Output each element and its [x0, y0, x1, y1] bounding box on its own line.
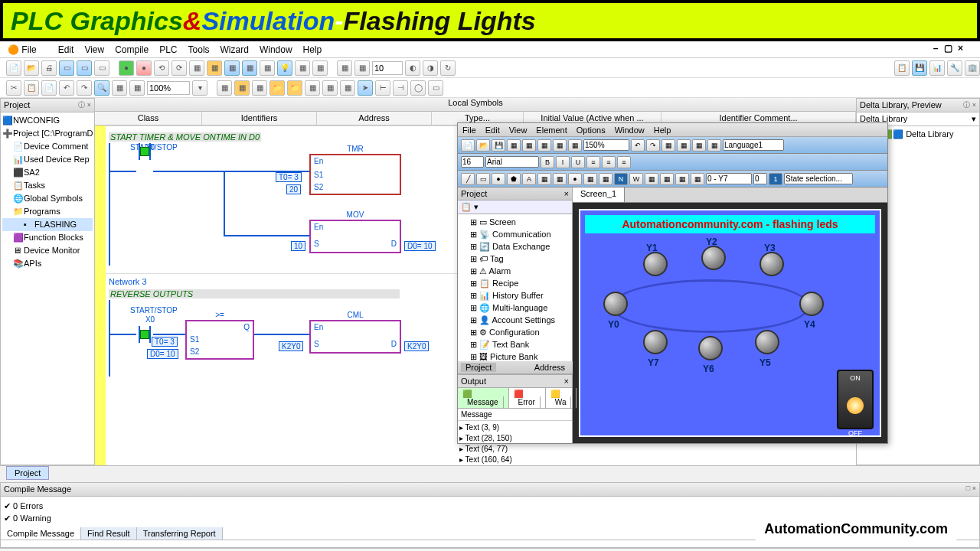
tb-print[interactable]: 🖨: [41, 60, 57, 76]
tb-e[interactable]: ▦: [224, 60, 240, 76]
hb-und[interactable]: U: [571, 156, 585, 168]
hb-n[interactable]: N: [614, 173, 628, 185]
menu-plc[interactable]: PLC: [159, 44, 177, 55]
tb-d[interactable]: ▦: [207, 60, 222, 76]
hb-a[interactable]: ▦: [507, 139, 521, 152]
hmi-fontsize[interactable]: [461, 156, 484, 168]
tb-new[interactable]: 📄: [6, 60, 21, 76]
tree-item[interactable]: 🟪Function Blocks: [2, 231, 93, 244]
menu-file[interactable]: 🟠 File: [8, 44, 47, 55]
tb-r4[interactable]: 🔧: [947, 60, 962, 76]
tree-item[interactable]: ▪FLASHING: [2, 218, 93, 231]
hmi-tree-item[interactable]: ⊞ ⚙ Configuration: [459, 326, 570, 338]
hb-h[interactable]: ▦: [692, 139, 706, 152]
tb-win3[interactable]: ▭: [94, 60, 109, 76]
hb-circ[interactable]: ●: [492, 173, 505, 185]
led-y6[interactable]: [698, 336, 723, 360]
hb-new[interactable]: 📄: [461, 139, 475, 152]
output-row[interactable]: ▸ Text (160, 64): [459, 455, 570, 465]
zoom-dd[interactable]: ▾: [192, 80, 207, 96]
tb-r3[interactable]: 📊: [929, 60, 945, 76]
tb2-g[interactable]: 📁: [287, 80, 302, 96]
tb2-l[interactable]: ⊣: [393, 80, 408, 96]
hmi-font[interactable]: [485, 156, 539, 168]
hmi-output-close[interactable]: ×: [564, 377, 569, 386]
tb2-d[interactable]: ▦: [234, 80, 250, 96]
tb-open[interactable]: 📂: [24, 60, 39, 76]
hb-c[interactable]: ▦: [537, 139, 551, 152]
hb-p[interactable]: ▦: [660, 173, 674, 185]
project-tree[interactable]: 🟦NWCONFIG➕Project [C:\ProgramDa📄Device C…: [1, 112, 94, 272]
tb-c[interactable]: ▦: [189, 60, 204, 76]
tb-online[interactable]: ●: [119, 60, 134, 76]
hmi-addr[interactable]: [706, 173, 752, 184]
hb-text[interactable]: A: [522, 173, 536, 185]
hb-o[interactable]: ▦: [645, 173, 658, 185]
tb2-b[interactable]: ▦: [129, 80, 145, 96]
hb-tbl[interactable]: ▦: [537, 173, 551, 185]
hmi-out-tab-err[interactable]: 🟥Error: [509, 388, 546, 408]
tb-f[interactable]: ▦: [242, 60, 257, 76]
hmi-tree-item[interactable]: ⊞ 📝 Text Bank: [459, 338, 570, 350]
panel-buttons[interactable]: ⓘ ×: [78, 100, 91, 110]
hb-ar[interactable]: ≡: [617, 156, 631, 168]
tb2-e[interactable]: ▦: [252, 80, 267, 96]
tb-r1[interactable]: 📋: [894, 60, 910, 76]
hb-e[interactable]: ▦: [568, 139, 582, 152]
tb-k[interactable]: ▦: [354, 60, 370, 76]
tb-win2[interactable]: ▭: [77, 60, 92, 76]
hmi-out-tab-msg[interactable]: 🟩Message: [458, 388, 509, 408]
hb-j[interactable]: ●: [568, 173, 582, 185]
hmi-menu-view[interactable]: View: [509, 126, 528, 135]
menu-compile[interactable]: Compile: [115, 44, 149, 55]
hmi-screen[interactable]: Automationcommunity.com - flashing leds …: [579, 209, 881, 437]
hmi-tree-item[interactable]: ⊞ 📡 Communication: [459, 228, 570, 240]
led-y7[interactable]: [643, 330, 668, 354]
hmi-lang[interactable]: [723, 139, 784, 151]
hmi-menu-options[interactable]: Options: [577, 126, 606, 135]
tree-item[interactable]: 🖥Device Monitor: [2, 244, 93, 257]
output-row[interactable]: ▸ Text (3, 9): [459, 422, 570, 433]
tree-item[interactable]: ⬛SA2: [2, 166, 93, 179]
menu-edit[interactable]: Edit: [58, 44, 74, 55]
hmi-state[interactable]: [784, 173, 853, 184]
menu-window[interactable]: Window: [260, 44, 292, 55]
tb2-cut[interactable]: ✂: [6, 80, 21, 96]
led-y2[interactable]: [701, 246, 726, 270]
output-row[interactable]: ▸ Text (64, 77): [459, 444, 570, 455]
led-y3[interactable]: [760, 252, 784, 276]
hmi-menu-element[interactable]: Element: [536, 126, 567, 135]
tb-j[interactable]: ▦: [337, 60, 352, 76]
hb-m[interactable]: W: [629, 173, 643, 185]
led-y4[interactable]: [799, 292, 824, 316]
hb-f[interactable]: ▦: [662, 139, 675, 152]
hb-undo[interactable]: ↶: [631, 139, 645, 152]
tb-r5[interactable]: 🏢: [965, 60, 980, 76]
hmi-menu-help[interactable]: Help: [654, 126, 671, 135]
mov-block[interactable]: MOV En S D: [309, 220, 401, 253]
hb-poly[interactable]: ⬟: [507, 173, 521, 185]
tb2-h[interactable]: ▦: [305, 80, 320, 96]
hb-ital[interactable]: I: [556, 156, 570, 168]
project-tab[interactable]: Project: [6, 466, 49, 480]
hmi-menu-edit[interactable]: Edit: [485, 126, 500, 135]
hb-ac[interactable]: ≡: [602, 156, 616, 168]
hmi-menu-window[interactable]: Window: [615, 126, 645, 135]
cmp-block[interactable]: >= Q S1 S2: [185, 320, 254, 360]
compile-buttons[interactable]: □ ×: [966, 484, 976, 494]
tab-transfer-report[interactable]: Transferring Report: [137, 527, 223, 540]
tb2-i[interactable]: ▦: [322, 80, 338, 96]
hmi-tree-item[interactable]: ⊞ 👤 Account Settings: [459, 314, 570, 326]
tb-i[interactable]: ▦: [312, 60, 328, 76]
tree-item[interactable]: 📋Tasks: [2, 179, 93, 192]
hb-r[interactable]: ▦: [691, 173, 704, 185]
tb-l[interactable]: ◐: [405, 60, 420, 76]
hb-line[interactable]: ╱: [461, 173, 475, 185]
tb-a[interactable]: ⟲: [154, 60, 169, 76]
screen-tab[interactable]: Screen_1: [573, 187, 625, 202]
hb-state1[interactable]: 1: [769, 173, 782, 185]
hmi-tab-address[interactable]: Address: [530, 363, 570, 372]
led-y1[interactable]: [643, 252, 668, 276]
tb2-m[interactable]: ◯: [410, 80, 426, 96]
tb2-find[interactable]: 🔍: [94, 80, 109, 96]
